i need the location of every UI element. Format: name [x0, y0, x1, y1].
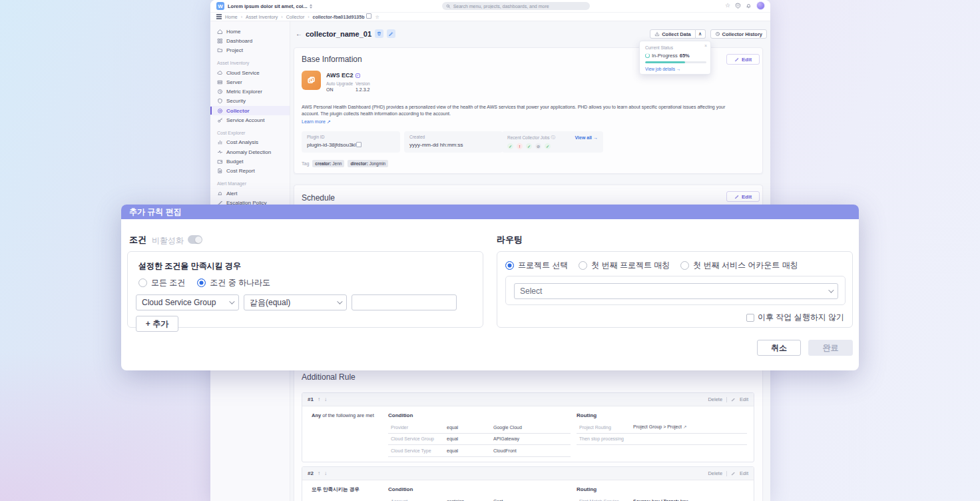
favorite-star-icon[interactable]: ☆: [725, 3, 730, 9]
radio-icon: [680, 261, 689, 270]
sidebar-item-metric-explorer[interactable]: Metric Explorer: [210, 87, 290, 96]
rule-delete-button[interactable]: Delete: [708, 396, 722, 402]
schedule-edit-button[interactable]: Edit: [726, 191, 760, 202]
breadcrumb-item[interactable]: Home: [225, 15, 238, 19]
menu-hamburger-icon[interactable]: [216, 16, 222, 17]
collector-history-button[interactable]: Collector History: [710, 29, 767, 39]
copy-icon[interactable]: [358, 143, 362, 147]
workspace-name[interactable]: Lorem ipsum dolor sit amet, coi...: [228, 3, 308, 9]
sidebar-item-project[interactable]: Project: [210, 46, 290, 55]
notice-shield-icon[interactable]: [735, 3, 741, 9]
breadcrumb-item[interactable]: Collector: [286, 15, 305, 19]
move-down-icon[interactable]: ↓: [324, 396, 327, 402]
plugin-id-value: plugin-id-38jfdsou3kl: [307, 142, 356, 148]
rule-edit-button[interactable]: Edit: [740, 396, 748, 402]
move-down-icon[interactable]: ↓: [324, 470, 327, 476]
sidebar-item-label: Service Account: [226, 117, 264, 123]
modal-title: 추가 규칙 편집: [121, 205, 859, 219]
sidebar-item-cloud-service[interactable]: Cloud Service: [210, 68, 290, 77]
job-success-icon[interactable]: ✓: [545, 143, 551, 149]
breadcrumb-item[interactable]: Asset Inventory: [246, 15, 278, 19]
sidebar-item-label: Project: [226, 47, 243, 53]
radio-any-condition[interactable]: 조건 중 하나라도: [197, 277, 270, 288]
sidebar-group-alert-manager: Alert Manager: [210, 176, 290, 189]
move-up-icon[interactable]: ↑: [318, 470, 320, 476]
rule-box-1: #1 ↑ ↓ Delete Edit Any of the following …: [302, 392, 754, 462]
sidebar-item-server[interactable]: Server: [210, 77, 290, 87]
status-text: In-Progress: [652, 53, 678, 59]
pencil-icon: [388, 31, 394, 37]
sidebar-item-budget[interactable]: Budget: [210, 157, 290, 166]
condition-value-input[interactable]: [352, 294, 457, 310]
sidebar-item-cost-report[interactable]: Cost Report: [210, 167, 290, 176]
workspace-switcher-icon[interactable]: [310, 4, 312, 9]
close-icon[interactable]: ×: [704, 43, 707, 48]
divider: [726, 471, 727, 476]
learn-more-link[interactable]: Learn more ↗: [302, 119, 331, 125]
document-icon: [217, 168, 223, 174]
radio-first-service-account-match[interactable]: 첫 번째 서비스 어카운트 매칭: [680, 260, 798, 271]
view-job-details-link[interactable]: View job details →: [645, 67, 705, 71]
base-info-edit-button[interactable]: Edit: [726, 54, 760, 65]
breadcrumb-separator: ›: [281, 15, 282, 19]
rule-delete-button[interactable]: Delete: [708, 470, 722, 476]
move-up-icon[interactable]: ↑: [318, 396, 320, 402]
delete-collector-button[interactable]: [375, 29, 383, 38]
collect-status-popover: Current Status × In-Progress 65% View jo…: [639, 41, 711, 75]
condition-toggle[interactable]: [188, 235, 202, 244]
confirm-button[interactable]: 완료: [808, 340, 853, 356]
sidebar-item-home[interactable]: Home: [210, 27, 290, 36]
radio-icon: [197, 278, 206, 287]
radio-first-project-match[interactable]: 첫 번째 프로젝트 매칭: [579, 260, 670, 271]
add-condition-button[interactable]: + 추가: [136, 316, 178, 332]
collect-data-button[interactable]: Collect Data: [650, 29, 695, 39]
search-input[interactable]: [453, 4, 586, 9]
sidebar-item-cost-analysis[interactable]: Cost Analysis: [210, 138, 290, 147]
stop-processing-checkbox-row[interactable]: 이후 작업 실행하지 않기: [746, 312, 844, 323]
sidebar-item-dashboard[interactable]: Dashboard: [210, 36, 290, 45]
cancel-button[interactable]: 취소: [757, 340, 801, 356]
popover-title: Current Status: [645, 45, 705, 50]
job-error-icon[interactable]: !: [517, 143, 523, 149]
version-value: 1.2.3.2: [356, 87, 370, 92]
cloud-icon: [217, 70, 223, 76]
sidebar-item-anomaly-detection[interactable]: Anomaly Detection: [210, 147, 290, 157]
collect-data-dropdown-toggle[interactable]: ∧: [696, 29, 706, 39]
condition-key-select[interactable]: Cloud Service Group: [136, 294, 239, 310]
version-field: Version 1.2.3.2: [356, 81, 370, 92]
sidebar-item-security[interactable]: Security: [210, 97, 290, 106]
rule-edit-button[interactable]: Edit: [740, 470, 748, 476]
radio-project-select[interactable]: 프로젝트 선택: [505, 260, 568, 271]
radio-icon: [579, 261, 587, 270]
folder-icon: [217, 47, 223, 53]
view-all-link[interactable]: View all →: [575, 135, 599, 140]
back-arrow-icon[interactable]: ←: [296, 30, 302, 37]
job-canceled-icon[interactable]: ⊘: [535, 143, 541, 149]
sidebar-item-service-account[interactable]: Service Account: [210, 115, 290, 125]
condition-operator-select[interactable]: 같음(equal): [244, 294, 347, 310]
stacked-squares-icon: [306, 75, 316, 85]
notification-bell-icon[interactable]: [746, 3, 752, 9]
info-icon: ⓘ: [551, 135, 556, 141]
edit-additional-rule-modal: 추가 규칙 편집 조건 비활성화 설정한 조건을 만족시킬 경우 모든 조건 조…: [121, 205, 859, 370]
breadcrumb-separator: ›: [241, 15, 242, 19]
select-value: 같음(equal): [250, 297, 290, 308]
radio-all-conditions[interactable]: 모든 조건: [138, 277, 185, 288]
favorite-star-icon[interactable]: ☆: [375, 15, 379, 19]
plugin-description: AWS Personal Health Dashboard (PHD) prov…: [302, 104, 738, 117]
job-success-icon[interactable]: ✓: [526, 143, 532, 149]
plugin-id-panel: Plugin ID plugin-id-38jfdsou3kl: [302, 131, 400, 153]
copy-icon[interactable]: [368, 15, 371, 19]
select-value: Cloud Service Group: [142, 298, 216, 307]
chevron-down-icon: [337, 298, 342, 304]
created-panel: Created yyyy-mm-dd hh:mm:ss: [404, 131, 503, 153]
sidebar-item-collector[interactable]: Collector: [210, 106, 290, 115]
user-avatar[interactable]: [756, 1, 765, 10]
job-success-icon[interactable]: ✓: [507, 143, 513, 149]
project-select[interactable]: Select: [514, 283, 838, 299]
plugin-id-label: Plugin ID: [307, 135, 395, 139]
condition-card-title: 설정한 조건을 만족시킬 경우: [138, 260, 483, 272]
sidebar-item-alert[interactable]: Alert: [210, 189, 290, 198]
edit-collector-button[interactable]: [387, 29, 395, 38]
global-search[interactable]: [442, 2, 590, 10]
